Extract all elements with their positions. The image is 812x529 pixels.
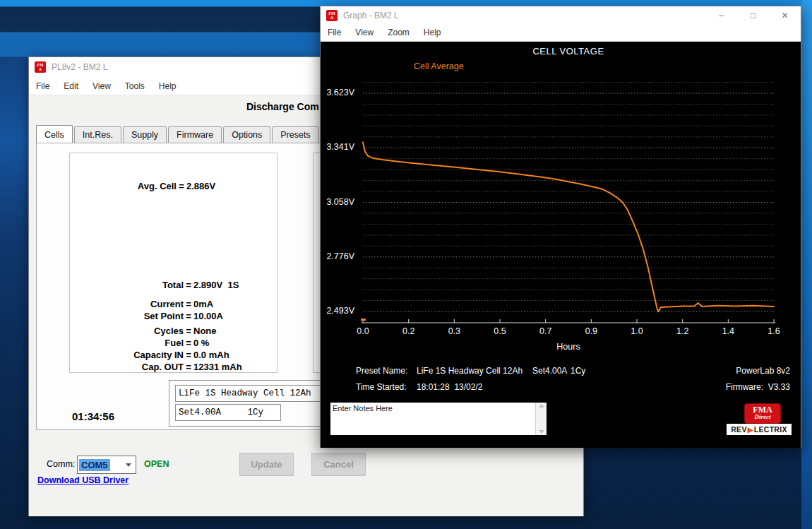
tab-cells[interactable]: Cells <box>36 125 73 143</box>
fma-app-icon: FMA <box>35 61 46 73</box>
menu-help[interactable]: Help <box>152 78 184 94</box>
stats-block: Total = 2.890V 1S Current = 0mA Set Poin… <box>70 279 277 373</box>
equals-sign: = <box>184 279 193 291</box>
revolectrix-logo: REV ▶ LECTRIX <box>727 424 792 435</box>
stat-cap-out: Cap. OUT = 12331 mAh <box>70 361 277 373</box>
time-started-value: 18:01:28 13/02/2 <box>417 382 482 392</box>
x-tick-label: 1.0 <box>623 326 651 336</box>
scroll-down-icon[interactable] <box>539 430 544 434</box>
stat-capacity-in: Capacity IN = 0.0 mAh <box>70 349 277 361</box>
stat-current: Current = 0mA <box>70 298 277 310</box>
discharge-status-heading: Discharge Com <box>246 101 319 112</box>
menu-file[interactable]: File <box>29 78 56 94</box>
cycles-value: 1Cy <box>571 366 585 376</box>
comm-port-select[interactable]: COM5 <box>77 456 136 474</box>
stat-value: 0.0 mAh <box>193 349 277 361</box>
stat-value: 10.00A <box>193 310 277 322</box>
preset-name-label: Preset Name: <box>356 366 407 376</box>
preset-name-value: LiFe 1S Headway Cell 12Ah <box>417 366 523 376</box>
graph-titlebar[interactable]: FMA Graph - BM2 L – □ ✕ <box>321 6 801 24</box>
tab-presets[interactable]: Presets <box>272 126 318 144</box>
firmware-version: Firmware: V3.33 <box>726 382 790 392</box>
equals-sign: = <box>184 361 193 373</box>
y-tick-label: 3.341V <box>321 142 354 152</box>
graph-window: FMA Graph - BM2 L – □ ✕ File View Zoom H… <box>320 6 801 448</box>
x-tick-label: 0.3 <box>440 326 468 336</box>
rev-logo-right: LECTRIX <box>754 425 787 434</box>
stat-value: None <box>193 325 277 337</box>
stat-set-point: Set Point = 10.00A <box>70 310 277 322</box>
notes-scrollbar[interactable] <box>536 403 547 435</box>
equals-sign: = <box>184 337 193 349</box>
desktop-wallpaper-strip <box>801 0 812 529</box>
y-tick-label: 3.058V <box>321 197 354 207</box>
x-tick-label: 0.7 <box>532 326 560 336</box>
avg-cell-value: 2.886V <box>186 180 277 192</box>
x-tick-label: 0.5 <box>486 326 514 336</box>
notes-input[interactable]: Enter Notes Here <box>330 403 536 435</box>
comm-row: Comm: COM5 OPEN <box>29 456 354 474</box>
menu-edit[interactable]: Edit <box>56 78 85 94</box>
stat-label: Set Point <box>70 310 184 322</box>
close-button[interactable]: ✕ <box>769 6 801 24</box>
x-tick-label: 1.2 <box>669 326 697 336</box>
menu-view[interactable]: View <box>348 25 381 40</box>
fma-app-icon: FMA <box>326 10 338 21</box>
cell-voltage-panel: Avg. Cell = 2.886V Total = 2.890V 1S Cur… <box>69 153 277 373</box>
elapsed-timer: 01:34:56 <box>72 410 114 422</box>
device-name: PowerLab 8v2 <box>736 366 790 376</box>
stat-fuel: Fuel = 0 % <box>70 337 277 349</box>
menu-zoom[interactable]: Zoom <box>381 25 417 40</box>
equals-sign: = <box>184 349 193 361</box>
menu-tools[interactable]: Tools <box>118 78 152 94</box>
x-tick-label: 1.4 <box>714 326 742 336</box>
y-tick-label: 3.623V <box>321 88 354 97</box>
graph-menubar: File View Zoom Help <box>321 24 801 42</box>
preset-name-field[interactable]: LiFe 1S Headway Cell 12Ah <box>175 385 328 402</box>
stat-value: 0 % <box>193 337 277 349</box>
equals-sign: = <box>177 180 186 192</box>
cancel-button[interactable]: Cancel <box>311 453 366 476</box>
comm-label: Comm: <box>47 459 75 469</box>
chart-area: CELL VOLTAGE Cell Average 3.623V 3.341V … <box>321 42 801 448</box>
minimize-button[interactable]: – <box>705 6 737 24</box>
chevron-down-icon[interactable] <box>126 463 131 467</box>
tab-firmware[interactable]: Firmware <box>168 126 222 144</box>
x-tick-label: 0.0 <box>349 326 377 336</box>
pl8v2-window-title: PL8v2 - BM2 L <box>52 62 107 72</box>
menu-file[interactable]: File <box>321 25 348 40</box>
notes-box[interactable]: Enter Notes Here <box>330 403 547 435</box>
scroll-up-icon[interactable] <box>539 404 544 408</box>
tab-int-res[interactable]: Int.Res. <box>74 126 121 144</box>
menu-view[interactable]: View <box>85 78 118 94</box>
stat-label: Cap. OUT <box>70 361 184 373</box>
time-started-label: Time Started: <box>356 382 407 392</box>
stat-label: Total <box>70 279 184 291</box>
window-controls: – □ ✕ <box>705 6 801 24</box>
x-tick-label: 1.6 <box>760 326 788 336</box>
rev-logo-arrow-icon: ▶ <box>748 426 753 434</box>
menu-help[interactable]: Help <box>417 25 448 40</box>
preset-settings-field[interactable]: Set4.00A 1Cy <box>175 404 281 421</box>
stat-label: Fuel <box>70 337 184 349</box>
stat-total: Total = 2.890V 1S <box>70 279 277 291</box>
equals-sign: = <box>184 325 193 337</box>
update-button[interactable]: Update <box>239 453 294 476</box>
y-tick-label: 2.776V <box>321 251 354 261</box>
rev-logo-left: REV <box>731 425 747 434</box>
stat-value: 12331 mAh <box>193 361 277 373</box>
tab-supply[interactable]: Supply <box>123 126 167 144</box>
stat-label: Current <box>70 298 184 310</box>
stat-value: 0mA <box>193 298 277 310</box>
x-tick-label: 0.9 <box>577 326 605 336</box>
download-usb-driver-link[interactable]: Download USB Driver <box>37 475 129 485</box>
screen: FMA PL8v2 - BM2 L File Edit View Tools H… <box>0 0 812 529</box>
maximize-button[interactable]: □ <box>737 6 769 24</box>
graph-window-title: Graph - BM2 L <box>343 11 399 20</box>
comm-port-value: COM5 <box>79 459 110 471</box>
tab-options[interactable]: Options <box>223 126 270 144</box>
stat-cycles: Cycles = None <box>70 325 277 337</box>
tab-strip: Cells Int.Res. Supply Firmware Options P… <box>36 125 364 143</box>
x-axis-title: Hours <box>363 342 774 352</box>
equals-sign: = <box>184 310 193 322</box>
